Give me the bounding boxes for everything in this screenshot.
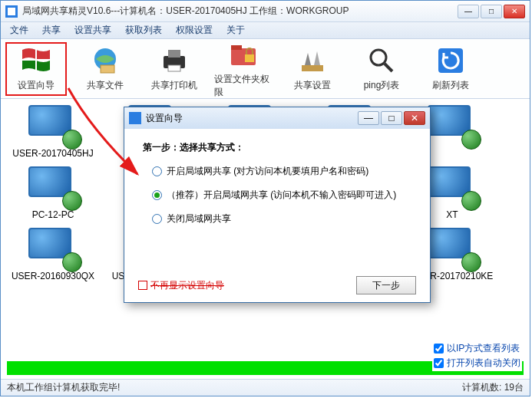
- magnifier-icon: [366, 45, 397, 76]
- windows-flag-icon: [21, 45, 51, 76]
- svg-rect-5: [101, 65, 114, 73]
- svg-rect-12: [302, 65, 323, 71]
- maximize-button[interactable]: □: [481, 5, 502, 18]
- menu-share-settings[interactable]: 设置共享: [68, 22, 117, 38]
- checkbox-icon: [138, 281, 147, 290]
- svg-rect-7: [168, 50, 180, 58]
- menu-about[interactable]: 关于: [220, 22, 251, 38]
- app-icon: [5, 5, 18, 18]
- svg-rect-10: [231, 45, 242, 50]
- titlebar: 局域网共享精灵V10.6---计算机名：USER-20170405HJ 工作组：…: [1, 1, 530, 22]
- dialog-titlebar[interactable]: 设置向导 — □ ✕: [124, 107, 430, 129]
- radio-option-with-password[interactable]: 开启局域网共享 (对方访问本机要填用户名和密码): [152, 165, 416, 178]
- dialog-icon: [129, 112, 141, 124]
- radio-option-disable[interactable]: 关闭局域网共享: [152, 212, 416, 225]
- next-button[interactable]: 下一步: [356, 276, 416, 294]
- menu-file[interactable]: 文件: [4, 22, 35, 38]
- radio-icon: [152, 214, 162, 224]
- menu-get-list[interactable]: 获取列表: [119, 22, 168, 38]
- tool-share-printer[interactable]: 共享打印机: [144, 42, 205, 96]
- computer-icon: [428, 228, 477, 268]
- radio-icon: [152, 166, 162, 176]
- computer-icon: [428, 166, 477, 206]
- refresh-icon: [435, 45, 466, 76]
- tool-ping-list[interactable]: ping列表: [351, 42, 412, 96]
- close-button[interactable]: ✕: [504, 5, 525, 18]
- tool-setup-wizard[interactable]: 设置向导: [5, 42, 67, 96]
- svg-rect-8: [168, 65, 180, 71]
- setup-wizard-dialog: 设置向导 — □ ✕ 第一步：选择共享方式： 开启局域网共享 (对方访问本机要填…: [124, 107, 431, 303]
- computer-icon: [428, 105, 477, 145]
- dialog-title: 设置向导: [146, 112, 358, 125]
- dialog-step-title: 第一步：选择共享方式：: [143, 141, 416, 154]
- svg-point-13: [371, 50, 386, 65]
- tools-icon: [297, 45, 328, 76]
- dialog-minimize-button[interactable]: —: [358, 111, 379, 125]
- checkbox-dont-show-again[interactable]: 不再显示设置向导: [138, 279, 224, 292]
- dialog-maximize-button[interactable]: □: [381, 111, 402, 125]
- menubar: 文件 共享 设置共享 获取列表 权限设置 关于: [1, 22, 530, 39]
- computer-item[interactable]: PC-12-PC: [7, 166, 99, 220]
- computer-icon: [28, 105, 78, 145]
- globe-folder-icon: [90, 45, 121, 76]
- toolbar: 设置向导 共享文件 共享打印机 设置文件夹权限 共享设置 ping列表 刷新列表: [1, 39, 530, 99]
- tool-share-files[interactable]: 共享文件: [74, 42, 136, 96]
- computer-label: USER-20170405HJ: [8, 148, 98, 159]
- checkbox-view-by-ip[interactable]: 以IP方式查看列表: [434, 342, 520, 355]
- status-left: 本机工作组计算机获取完毕!: [7, 381, 120, 394]
- tool-refresh-list[interactable]: 刷新列表: [420, 42, 481, 96]
- checkbox-auto-close[interactable]: 打开列表自动关闭: [434, 357, 520, 370]
- computer-item[interactable]: USER-20170405HJ: [7, 105, 99, 159]
- computer-icon: [28, 228, 78, 268]
- radio-icon: [152, 190, 162, 200]
- svg-line-14: [385, 64, 392, 71]
- computer-item[interactable]: USER-20160930QX: [7, 228, 99, 281]
- window-title: 局域网共享精灵V10.6---计算机名：USER-20170405HJ 工作组：…: [22, 5, 458, 18]
- computer-label: PC-12-PC: [8, 209, 98, 220]
- folder-lock-icon: [228, 39, 259, 70]
- svg-rect-3: [22, 59, 50, 61]
- svg-rect-1: [8, 8, 15, 15]
- computer-label: USER-20160930QX: [8, 271, 98, 281]
- status-right: 计算机数: 19台: [462, 381, 524, 394]
- menu-share[interactable]: 共享: [36, 22, 67, 38]
- tool-folder-permissions[interactable]: 设置文件夹权限: [213, 42, 274, 96]
- svg-rect-11: [245, 54, 254, 62]
- menu-permissions[interactable]: 权限设置: [170, 22, 219, 38]
- view-options: 以IP方式查看列表 打开列表自动关闭: [432, 340, 522, 371]
- printer-icon: [159, 45, 190, 76]
- minimize-button[interactable]: —: [458, 5, 479, 18]
- computer-icon: [28, 166, 78, 206]
- radio-option-no-password[interactable]: （推荐）开启局域网共享 (访问本机不输入密码即可进入): [152, 189, 416, 202]
- statusbar: 本机工作组计算机获取完毕! 计算机数: 19台: [1, 379, 530, 396]
- dialog-close-button[interactable]: ✕: [404, 111, 425, 125]
- tool-share-settings[interactable]: 共享设置: [282, 42, 343, 96]
